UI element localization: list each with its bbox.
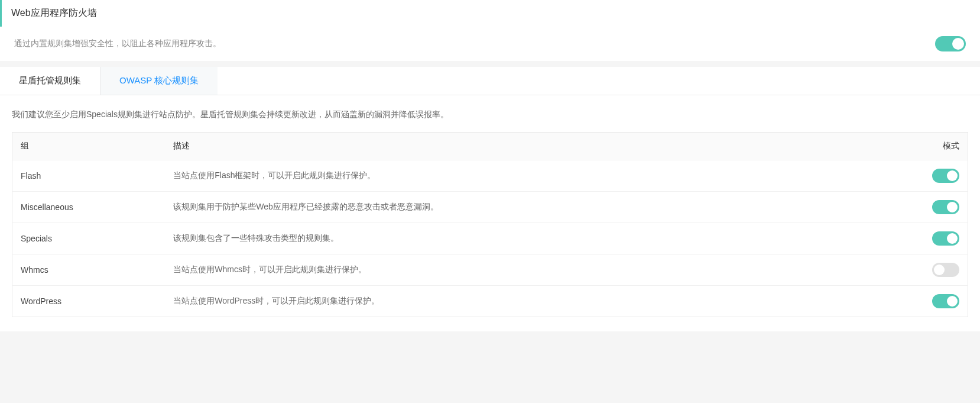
page-title: Web应用程序防火墙: [11, 7, 968, 20]
rule-mode-cell: [872, 192, 968, 223]
table-row: Miscellaneous该规则集用于防护某些Web应用程序已经披露的恶意攻击或…: [12, 192, 968, 223]
rule-mode-cell: [872, 223, 968, 254]
col-header-group: 组: [12, 133, 166, 160]
table-row: WordPress当站点使用WordPress时，可以开启此规则集进行保护。: [12, 286, 968, 317]
tab-bar: 星盾托管规则集 OWASP 核心规则集: [0, 67, 980, 95]
toggle-knob: [952, 38, 964, 50]
rule-group-name: Specials: [12, 223, 166, 254]
table-row: Whmcs当站点使用Whmcs时，可以开启此规则集进行保护。: [12, 254, 968, 286]
rule-mode-cell: [872, 286, 968, 317]
toggle-knob: [947, 296, 958, 307]
rule-toggle[interactable]: [932, 263, 959, 277]
table-header-row: 组 描述 模式: [12, 133, 968, 160]
toggle-knob: [947, 202, 958, 212]
rule-description: 当站点使用Flash框架时，可以开启此规则集进行保护。: [165, 160, 872, 192]
recommendation-text: 我们建议您至少启用Specials规则集进行站点防护。星盾托管规则集会持续更新改…: [12, 109, 968, 120]
rule-group-name: Flash: [12, 160, 166, 192]
rule-toggle[interactable]: [932, 294, 959, 308]
rule-mode-cell: [872, 254, 968, 286]
toggle-knob: [947, 170, 958, 181]
panel-header: Web应用程序防火墙: [0, 0, 980, 27]
rules-table: 组 描述 模式 Flash当站点使用Flash框架时，可以开启此规则集进行保护。…: [12, 132, 968, 317]
rule-toggle[interactable]: [932, 169, 959, 183]
header-description-row: 通过内置规则集增强安全性，以阻止各种应用程序攻击。: [0, 27, 980, 61]
table-row: Specials该规则集包含了一些特殊攻击类型的规则集。: [12, 223, 968, 254]
rule-description: 该规则集包含了一些特殊攻击类型的规则集。: [165, 223, 872, 254]
col-header-mode: 模式: [872, 133, 968, 160]
tab-owasp-core[interactable]: OWASP 核心规则集: [100, 67, 218, 95]
content-panel: 我们建议您至少启用Specials规则集进行站点防护。星盾托管规则集会持续更新改…: [0, 95, 980, 331]
waf-header-panel: Web应用程序防火墙 通过内置规则集增强安全性，以阻止各种应用程序攻击。: [0, 0, 980, 61]
rule-description: 该规则集用于防护某些Web应用程序已经披露的恶意攻击或者恶意漏洞。: [165, 192, 872, 223]
rule-description: 当站点使用Whmcs时，可以开启此规则集进行保护。: [165, 254, 872, 286]
rule-toggle[interactable]: [932, 200, 959, 214]
col-header-description: 描述: [165, 133, 872, 160]
rule-group-name: Miscellaneous: [12, 192, 166, 223]
toggle-knob: [947, 233, 958, 244]
tab-managed-rules[interactable]: 星盾托管规则集: [0, 67, 100, 95]
rule-toggle[interactable]: [932, 231, 959, 246]
table-row: Flash当站点使用Flash框架时，可以开启此规则集进行保护。: [12, 160, 968, 192]
page-description: 通过内置规则集增强安全性，以阻止各种应用程序攻击。: [14, 38, 221, 49]
toggle-knob: [934, 265, 945, 275]
rule-group-name: WordPress: [12, 286, 166, 317]
rule-mode-cell: [872, 160, 968, 192]
master-toggle[interactable]: [935, 36, 966, 51]
rule-description: 当站点使用WordPress时，可以开启此规则集进行保护。: [165, 286, 872, 317]
rule-group-name: Whmcs: [12, 254, 166, 286]
